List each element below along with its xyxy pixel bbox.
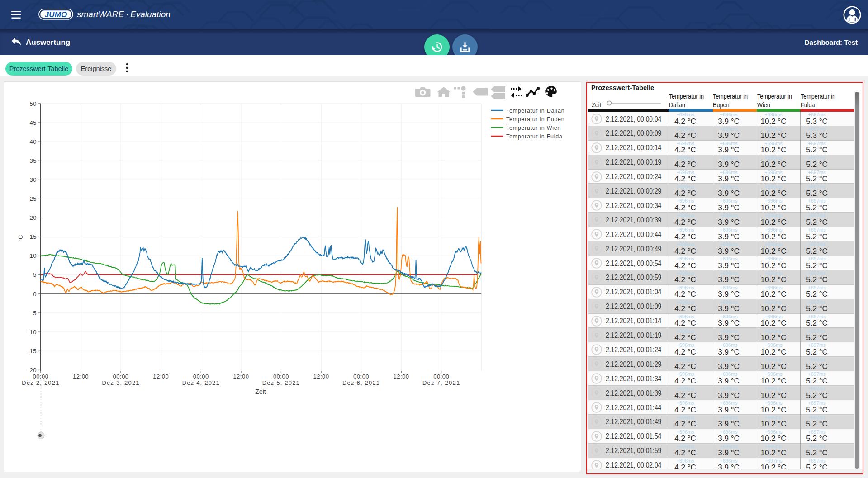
svg-text:12:00: 12:00	[153, 373, 169, 380]
svg-text:°C: °C	[17, 235, 24, 242]
svg-text:Dez 3, 2021: Dez 3, 2021	[102, 379, 139, 386]
svg-text:12:00: 12:00	[73, 373, 89, 380]
svg-text:Temperatur in Fulda: Temperatur in Fulda	[506, 133, 562, 140]
svg-text:−15: −15	[26, 348, 37, 355]
svg-text:Zeit: Zeit	[255, 388, 266, 395]
svg-text:00:00: 00:00	[273, 373, 289, 380]
svg-text:Dez 6, 2021: Dez 6, 2021	[342, 379, 380, 386]
svg-text:15: 15	[30, 233, 37, 240]
svg-text:40: 40	[30, 138, 37, 145]
svg-text:50: 50	[30, 100, 37, 107]
svg-text:JUMO: JUMO	[45, 10, 67, 19]
svg-text:12:00: 12:00	[313, 373, 329, 380]
svg-text:10: 10	[30, 252, 37, 259]
svg-text:00:00: 00:00	[353, 373, 369, 380]
svg-text:30: 30	[30, 176, 37, 183]
svg-text:00:00: 00:00	[33, 373, 48, 380]
svg-text:−20: −20	[26, 367, 37, 374]
svg-text:Dez 7, 2021: Dez 7, 2021	[422, 379, 460, 386]
svg-text:Temperatur in Dalian: Temperatur in Dalian	[506, 108, 564, 114]
svg-text:−10: −10	[26, 329, 37, 336]
svg-text:12:00: 12:00	[394, 373, 409, 380]
svg-text:45: 45	[30, 119, 37, 126]
svg-text:5: 5	[33, 271, 37, 278]
svg-text:Temperatur in Eupen: Temperatur in Eupen	[506, 116, 564, 123]
svg-text:Temperatur in Wien: Temperatur in Wien	[506, 125, 561, 131]
svg-text:−5: −5	[29, 310, 37, 317]
svg-text:0: 0	[33, 291, 37, 298]
svg-text:00:00: 00:00	[433, 373, 449, 380]
svg-text:00:00: 00:00	[193, 373, 209, 380]
svg-text:20: 20	[30, 214, 37, 221]
svg-text:Dez 4, 2021: Dez 4, 2021	[182, 379, 220, 386]
svg-text:25: 25	[30, 195, 37, 202]
svg-text:35: 35	[30, 157, 37, 164]
svg-text:12:00: 12:00	[233, 373, 249, 380]
svg-text:00:00: 00:00	[113, 373, 129, 380]
svg-text:Dez 5, 2021: Dez 5, 2021	[262, 379, 300, 386]
